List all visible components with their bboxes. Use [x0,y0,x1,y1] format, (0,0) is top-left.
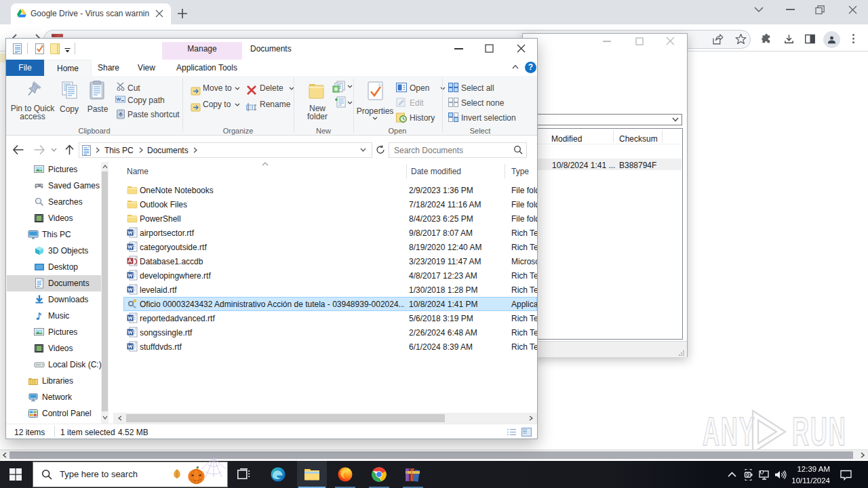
svg-text:ANY: ANY [703,409,756,453]
svg-text:RUN: RUN [792,409,847,453]
